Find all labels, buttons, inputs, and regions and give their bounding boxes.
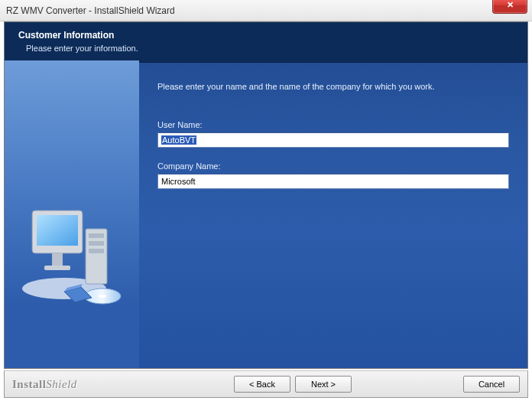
svg-rect-8 <box>44 266 70 270</box>
svg-rect-4 <box>89 249 104 253</box>
company-label: Company Name: <box>157 161 509 171</box>
instruction-text: Please enter your name and the name of t… <box>157 82 509 91</box>
installshield-logo: InstallShield <box>12 378 77 391</box>
form-area: Please enter your name and the name of t… <box>139 60 527 368</box>
titlebar: RZ WMV Converter - InstallShield Wizard … <box>0 0 532 21</box>
username-label: User Name: <box>157 120 509 129</box>
close-button[interactable]: ✕ <box>492 0 527 14</box>
wizard-footer: InstallShield < Back Next > Cancel <box>4 370 528 398</box>
back-button[interactable]: < Back <box>234 376 290 393</box>
window-buttons: ✕ <box>492 0 527 14</box>
svg-point-10 <box>99 295 106 298</box>
header-title: Customer Information <box>18 30 514 41</box>
next-button[interactable]: Next > <box>295 376 352 393</box>
svg-rect-7 <box>52 253 63 267</box>
brand-part-1: Install <box>12 378 46 390</box>
close-icon: ✕ <box>507 0 514 9</box>
wizard-content: Please enter your name and the name of t… <box>5 60 527 368</box>
username-value: AutoBVT <box>161 135 196 145</box>
wizard-header: Customer Information Please enter your i… <box>5 22 527 63</box>
brand-part-2: Shield <box>46 378 77 390</box>
sidebar-graphic <box>5 60 139 368</box>
svg-rect-6 <box>37 215 78 246</box>
cancel-button[interactable]: Cancel <box>463 376 520 393</box>
company-input[interactable] <box>157 174 509 189</box>
window-title: RZ WMV Converter - InstallShield Wizard <box>6 5 175 16</box>
svg-rect-3 <box>89 241 104 246</box>
wizard-panel: Customer Information Please enter your i… <box>4 21 528 369</box>
username-input[interactable]: AutoBVT <box>157 132 509 148</box>
svg-rect-2 <box>89 233 104 238</box>
header-subtitle: Please enter your information. <box>18 44 514 53</box>
computer-illustration <box>18 183 125 313</box>
